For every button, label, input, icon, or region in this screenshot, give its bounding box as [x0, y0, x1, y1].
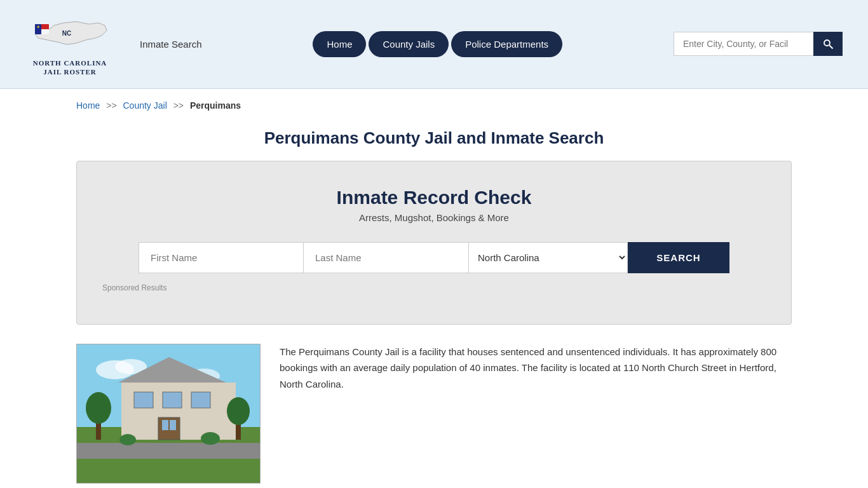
svg-point-23 [86, 392, 111, 424]
content-section: The Perquimans County Jail is a facility… [76, 344, 792, 484]
svg-line-7 [829, 46, 832, 49]
svg-point-26 [201, 432, 220, 445]
site-header: NC NORTH CAROLINA JAIL ROSTER Inmate Sea… [0, 0, 868, 89]
widget-title: Inmate Record Check [102, 187, 766, 208]
svg-rect-19 [158, 417, 180, 440]
widget-search-button[interactable]: SEARCH [628, 242, 729, 273]
first-name-input[interactable] [139, 242, 304, 273]
widget-subtitle: Arrests, Mugshot, Bookings & More [102, 212, 766, 223]
widget-form: North Carolina Alabama Alaska Arizona Ar… [102, 242, 766, 273]
logo-text: NORTH CAROLINA JAIL ROSTER [33, 58, 107, 77]
svg-rect-17 [163, 392, 182, 408]
state-select[interactable]: North Carolina Alabama Alaska Arizona Ar… [469, 242, 628, 273]
jail-illustration [77, 344, 261, 484]
header-search-input[interactable] [674, 32, 813, 56]
breadcrumb-current: Perquimans [190, 100, 241, 111]
nav-county-jails[interactable]: County Jails [369, 31, 449, 57]
jail-image [76, 344, 261, 484]
page-title: Perquimans County Jail and Inmate Search [25, 128, 843, 148]
search-icon [822, 38, 834, 50]
svg-rect-18 [191, 392, 210, 408]
nav-home[interactable]: Home [313, 31, 366, 57]
svg-point-6 [824, 40, 830, 46]
svg-rect-16 [134, 392, 153, 408]
svg-rect-21 [170, 420, 176, 430]
breadcrumb-sep1: >> [106, 100, 116, 111]
svg-rect-20 [162, 420, 168, 430]
svg-rect-13 [77, 443, 261, 459]
nav-police-departments[interactable]: Police Departments [451, 31, 562, 57]
header-search-button[interactable] [813, 32, 843, 56]
inmate-search-widget: Inmate Record Check Arrests, Mugshot, Bo… [76, 161, 792, 325]
last-name-input[interactable] [304, 242, 469, 273]
breadcrumb: Home >> County Jail >> Perquimans [0, 89, 868, 122]
header-search-area [674, 32, 843, 56]
logo-area: NC NORTH CAROLINA JAIL ROSTER [25, 11, 114, 77]
main-nav: Home County Jails Police Departments [221, 31, 654, 57]
nc-map-logo: NC [32, 11, 108, 56]
facility-description: The Perquimans County Jail is a facility… [280, 344, 792, 393]
inmate-search-link[interactable]: Inmate Search [140, 39, 202, 50]
breadcrumb-sep2: >> [173, 100, 184, 111]
breadcrumb-county-jail[interactable]: County Jail [123, 100, 167, 111]
svg-text:NC: NC [62, 30, 71, 37]
sponsored-label: Sponsored Results [102, 283, 766, 292]
svg-point-27 [119, 434, 136, 445]
svg-point-25 [227, 397, 250, 425]
breadcrumb-home[interactable]: Home [76, 100, 100, 111]
